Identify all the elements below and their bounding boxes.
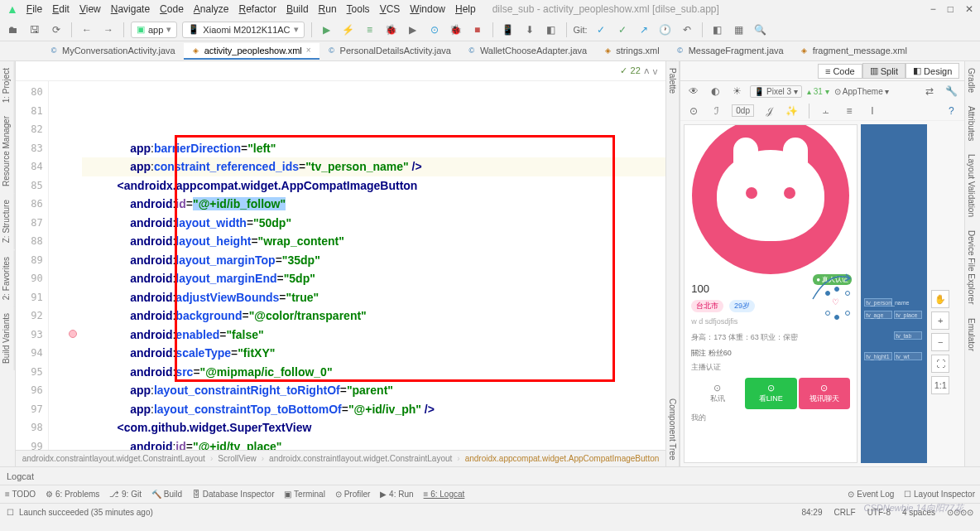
run-config-selector[interactable]: ▣app▾ (131, 22, 177, 38)
eye-icon[interactable]: 👁 (685, 83, 702, 99)
forward-icon[interactable]: → (100, 22, 117, 38)
magnet-icon[interactable]: ℐ (709, 103, 725, 119)
structure-icon[interactable]: ◧ (709, 22, 726, 38)
file-tab[interactable]: ◈strings.xml (595, 43, 668, 60)
theme-dropdown[interactable]: ⊙ AppTheme ▾ (834, 87, 890, 96)
phone-action-btn[interactable]: ⊙私讯 (691, 378, 743, 409)
blueprint-canvas[interactable]: tv_person_nametv_placetv_agetv_tabtv_hig… (861, 124, 927, 463)
bottom-tab[interactable]: 🔨 Build (151, 490, 182, 499)
bottom-tab[interactable]: ≡ 6: Logcat (424, 490, 465, 499)
locale-icon[interactable]: ⇄ (921, 83, 938, 99)
selection-handles[interactable]: ♡ (825, 291, 850, 316)
view-options-icon[interactable]: ⊙ (685, 103, 702, 119)
right-tab[interactable]: Attributes (965, 99, 980, 147)
caret-position[interactable]: 84:29 (801, 508, 822, 517)
sync-icon[interactable]: ⟳ (48, 22, 65, 38)
profiler-icon[interactable]: ⊙ (426, 22, 443, 38)
left-tab[interactable]: Z: Structure (0, 193, 15, 249)
apply-changes-icon[interactable]: ⚡ (340, 22, 357, 38)
expand-up-icon[interactable]: ʌ (644, 65, 650, 76)
breadcrumb-item[interactable]: androidx.constraintlayout.widget.Constra… (269, 454, 452, 463)
file-tab[interactable]: ©MyConversationActivity.java (41, 43, 184, 60)
api-dropdown[interactable]: ▴ 31 ▾ (807, 87, 829, 96)
palette-tab[interactable]: Palette (666, 61, 679, 100)
breadcrumb-item[interactable]: ScrollView (218, 454, 257, 463)
menu-edit[interactable]: Edit (47, 3, 74, 15)
breadcrumb-item[interactable]: androidx.appcompat.widget.AppCompatImage… (465, 454, 660, 463)
mode-design[interactable]: ◧ Design (906, 63, 959, 79)
file-tab[interactable]: ◈activity_peopleshow.xml × (184, 43, 319, 60)
file-tab[interactable]: ©PersonalDetailsActivity.java (319, 43, 459, 60)
code-text[interactable]: app:barrierDirection="left" app:constrai… (82, 81, 666, 450)
left-tab[interactable]: Resource Manager (0, 109, 15, 193)
bottom-tab[interactable]: ▶ 4: Run (380, 490, 413, 499)
minimize-icon[interactable]: − (930, 3, 936, 15)
attach-debugger-icon[interactable]: 🐞 (448, 22, 464, 38)
device-dropdown[interactable]: 📱 Pixel 3 ▾ (750, 85, 802, 98)
left-tab[interactable]: Build Variants (0, 307, 15, 370)
bottom-tab[interactable]: ⚙ 6: Problems (46, 490, 99, 499)
file-tab[interactable]: ©WalletChooseAdapter.java (459, 43, 595, 60)
menu-navigate[interactable]: Navigate (106, 3, 155, 15)
avd-icon[interactable]: 📱 (500, 22, 516, 38)
bottom-tab[interactable]: ▣ Terminal (284, 490, 324, 499)
design-canvas[interactable]: ● 真人认证 ♡ 100 台北市 29岁 w d sdfjosdjfis 身高：… (684, 124, 858, 463)
infer-icon[interactable]: ✨ (784, 103, 800, 119)
menu-help[interactable]: Help (450, 3, 481, 15)
menu-build[interactable]: Build (281, 3, 314, 15)
right-tab[interactable]: Gradle (965, 61, 980, 99)
bottom-tab[interactable]: ⊙ Profiler (335, 490, 370, 499)
left-tab[interactable]: 2: Favorites (0, 250, 15, 307)
device-selector[interactable]: 📱Xiaomi M2012K11AC▾ (182, 22, 304, 38)
apply-code-icon[interactable]: ≡ (362, 22, 378, 38)
git-rollback-icon[interactable]: ↶ (679, 22, 695, 38)
sdk-icon[interactable]: ⬇ (521, 22, 538, 38)
left-tab[interactable]: 1: Project (0, 61, 15, 109)
debug-icon[interactable]: 🐞 (383, 22, 400, 38)
wrench-icon[interactable]: 🔧 (943, 83, 959, 99)
align-icon[interactable]: ⫠ (818, 103, 834, 119)
settings-icon[interactable]: ▦ (731, 22, 747, 38)
close-icon[interactable]: ✕ (965, 3, 973, 15)
help-icon[interactable]: ? (943, 103, 959, 119)
guideline-icon[interactable]: I (864, 103, 881, 119)
logcat-title-bar[interactable]: Logcat (0, 466, 980, 485)
bottom-tab-right[interactable]: ☐ Layout Inspector (904, 490, 975, 499)
maximize-icon[interactable]: □ (948, 3, 954, 15)
git-history-icon[interactable]: 🕐 (657, 22, 674, 38)
zoom-btn[interactable]: + (931, 311, 949, 330)
mode-split[interactable]: ▥ Split (862, 63, 906, 79)
bottom-tab[interactable]: ≡ TODO (5, 490, 36, 499)
phone-action-btn[interactable]: ⊙视讯聊天 (799, 378, 851, 409)
menu-window[interactable]: Window (405, 3, 450, 15)
search-icon[interactable]: 🔍 (752, 22, 769, 38)
line-separator[interactable]: CRLF (834, 508, 856, 517)
menu-refactor[interactable]: Refactor (234, 3, 281, 15)
git-update-icon[interactable]: ✓ (593, 22, 609, 38)
right-tab[interactable]: Layout Validation (965, 147, 980, 224)
menu-file[interactable]: File (22, 3, 47, 15)
margin-dropdown[interactable]: 0dp (732, 104, 754, 117)
menu-vcs[interactable]: VCS (375, 3, 406, 15)
inspection-badge[interactable]: ✓ 22 (620, 65, 640, 76)
right-tab[interactable]: Emulator (965, 311, 980, 358)
zoom-btn[interactable]: ⛶ (931, 355, 949, 373)
bottom-tab-right[interactable]: ⊙ Event Log (848, 490, 894, 499)
menu-run[interactable]: Run (314, 3, 342, 15)
open-icon[interactable]: 🖿 (5, 22, 22, 38)
menu-code[interactable]: Code (155, 3, 189, 15)
resource-icon[interactable]: ◧ (543, 22, 560, 38)
zoom-btn[interactable]: − (931, 333, 949, 351)
zoom-btn[interactable]: ✋ (931, 290, 949, 308)
mode-code[interactable]: ≡ Code (818, 64, 862, 79)
menu-view[interactable]: View (74, 3, 106, 15)
night-icon[interactable]: ☀ (728, 83, 745, 99)
git-push-icon[interactable]: ↗ (636, 22, 652, 38)
menu-tools[interactable]: Tools (342, 3, 375, 15)
run-icon[interactable]: ▶ (319, 22, 335, 38)
orientation-icon[interactable]: ◐ (707, 83, 723, 99)
expand-down-icon[interactable]: v (653, 66, 658, 76)
file-tab[interactable]: ◈fragment_message.xml (792, 43, 915, 60)
file-tab[interactable]: ©MessageFragment.java (668, 43, 792, 60)
bottom-tab[interactable]: ⎇ 9: Git (109, 490, 142, 499)
